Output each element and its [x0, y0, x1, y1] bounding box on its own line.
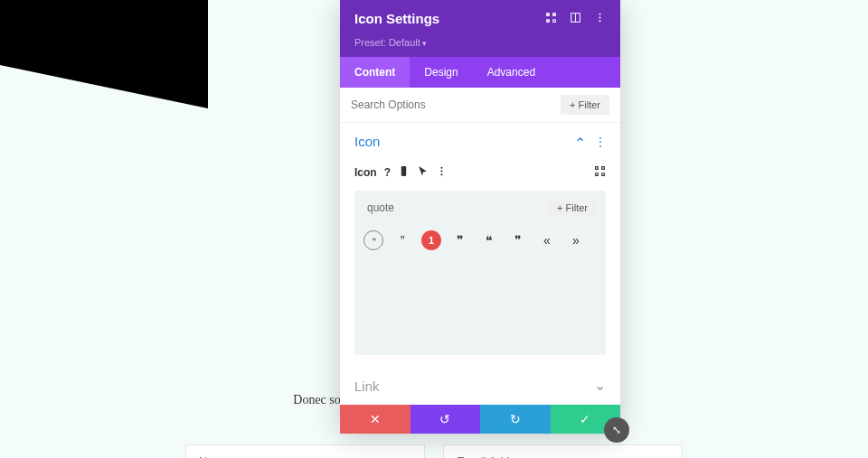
section-link-actions — [594, 380, 606, 393]
section-icon-actions — [574, 136, 606, 148]
svg-rect-5 — [401, 166, 406, 176]
svg-point-6 — [440, 167, 442, 169]
section-link-header[interactable]: Link — [340, 368, 620, 405]
svg-point-7 — [440, 170, 442, 172]
search-options-input[interactable] — [351, 98, 553, 111]
icon-filter-button[interactable]: +Filter — [548, 198, 597, 218]
icon-option-quote-right-bold[interactable]: ❞ — [508, 230, 528, 250]
resize-handle[interactable]: ⤡ — [604, 417, 629, 443]
field-more-icon[interactable] — [436, 165, 448, 180]
help-icon[interactable] — [384, 166, 391, 179]
redo-button[interactable]: ↻ — [480, 405, 551, 434]
expand-icon[interactable] — [594, 380, 606, 393]
preset-dropdown[interactable]: Default — [389, 37, 427, 48]
icon-option-quote-right-solid[interactable]: ❞ — [450, 230, 470, 250]
icon-field-toolbar — [384, 165, 448, 180]
svg-point-8 — [440, 173, 442, 175]
plus-icon: + — [557, 202, 562, 213]
tabs: Content Design Advanced — [340, 57, 620, 88]
icon-option-quote-left-solid[interactable]: ❝ — [479, 230, 499, 250]
svg-point-2 — [599, 13, 600, 14]
section-icon-header[interactable]: Icon — [340, 123, 620, 160]
icon-search-row: +Filter — [354, 191, 606, 225]
tab-design[interactable]: Design — [410, 57, 472, 88]
icon-option-angle-right[interactable]: » — [566, 230, 586, 250]
layout-icon[interactable] — [570, 12, 581, 26]
svg-point-4 — [599, 20, 600, 22]
name-field[interactable] — [185, 444, 425, 458]
icon-option-angle-left[interactable]: « — [537, 230, 557, 250]
undo-button[interactable]: ↺ — [410, 405, 481, 434]
panel-header-actions — [545, 12, 606, 26]
contact-form-row — [185, 444, 683, 458]
section-more-icon[interactable] — [595, 136, 606, 148]
dynamic-content-icon[interactable] — [594, 165, 606, 180]
section-icon-title: Icon — [354, 134, 574, 149]
annotation-marker-1: 1 — [421, 230, 441, 250]
preset-row: Preset: Default — [340, 37, 620, 57]
section-link-title: Link — [354, 379, 594, 394]
more-icon[interactable] — [594, 12, 606, 26]
icon-field-label: Icon — [354, 166, 377, 179]
search-options-row: +Filter — [340, 88, 620, 123]
tab-content[interactable]: Content — [340, 57, 410, 88]
filter-button[interactable]: +Filter — [561, 95, 609, 115]
decorative-black-shape — [0, 0, 208, 65]
icon-field-row: Icon — [340, 160, 620, 185]
email-field[interactable] — [443, 444, 683, 458]
icon-grid: ❝ ” 1 ❞ ❝ ❞ « » — [354, 225, 606, 256]
panel-header: Icon Settings — [340, 0, 620, 37]
plus-icon: + — [570, 99, 575, 110]
tab-advanced[interactable]: Advanced — [473, 57, 550, 88]
collapse-icon[interactable] — [574, 136, 586, 148]
icon-picker: +Filter ❝ ” 1 ❞ ❝ ❞ « » — [354, 191, 606, 355]
cancel-button[interactable]: ✕ — [340, 405, 410, 434]
icon-option-quote-right-light[interactable]: ” — [392, 230, 412, 250]
svg-point-3 — [599, 16, 600, 18]
bottom-action-bar: ✕ ↺ ↻ ✓ — [340, 405, 620, 434]
wireframe-icon[interactable] — [545, 12, 557, 26]
preset-label: Preset: — [354, 37, 386, 48]
hover-icon[interactable] — [417, 165, 429, 180]
icon-option-quote-circle[interactable]: ❝ — [363, 230, 383, 250]
icon-search-input[interactable] — [363, 200, 541, 216]
settings-panel: Icon Settings Preset: Default Content De… — [340, 0, 620, 434]
panel-title: Icon Settings — [354, 11, 545, 26]
mobile-icon[interactable] — [398, 165, 410, 180]
